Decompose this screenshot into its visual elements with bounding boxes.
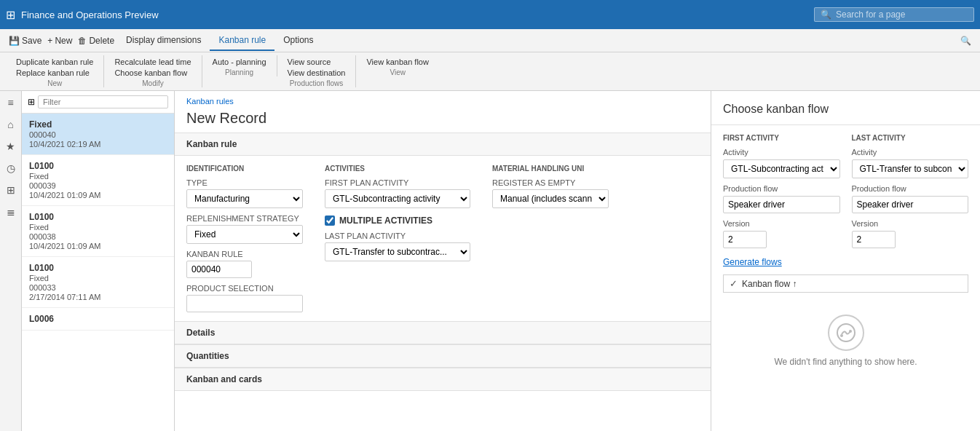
kanban-rule-label: Kanban rule: [186, 250, 303, 258]
type-select[interactable]: Manufacturing Withdrawal: [186, 189, 303, 208]
list-item-id: 000039: [29, 181, 167, 190]
nav-icons: ≡ ⌂ ★ ◷ ⊞ ≣: [0, 91, 22, 431]
list-item-id: 000033: [29, 283, 167, 292]
last-activity-select[interactable]: GTL-Transfer to subcontrac...: [852, 159, 969, 178]
nav-modules-icon[interactable]: ≣: [2, 203, 20, 221]
first-production-flow-label: Production flow: [723, 184, 840, 193]
ribbon: 💾 Save + New 🗑 Delete Display dimensions…: [0, 29, 980, 91]
view-kanban-flow-btn[interactable]: View kanban flow: [365, 57, 430, 67]
list-item[interactable]: L0100 Fixed 000033 2/17/2014 07:11 AM: [22, 257, 174, 308]
section-quantities[interactable]: Quantities: [175, 344, 711, 368]
last-version-label: Version: [852, 219, 969, 228]
kanban-flow-text: Kanban flow ↑: [742, 279, 962, 289]
list-item[interactable]: Fixed 000040 10/4/2021 02:19 AM: [22, 114, 174, 155]
content-area: Kanban rules New Record Kanban rule IDEN…: [175, 91, 711, 431]
product-selection-input[interactable]: [186, 295, 303, 312]
last-activity-sublabel: Activity: [852, 148, 969, 157]
list-filter-input[interactable]: [38, 95, 168, 108]
breadcrumb[interactable]: Kanban rules: [175, 91, 711, 107]
view-source-btn[interactable]: View source: [286, 57, 347, 67]
search-input[interactable]: [836, 9, 968, 20]
section-kanban-cards[interactable]: Kanban and cards: [175, 368, 711, 391]
tab-display-dimensions[interactable]: Display dimensions: [117, 31, 210, 51]
nav-home-icon[interactable]: ⌂: [2, 116, 20, 133]
list-item-id: 000040: [29, 130, 167, 139]
right-panel: Choose kanban flow FIRST ACTIVITY Activi…: [711, 91, 980, 431]
register-as-empty-group: Register as empty Manual (includes scann…: [492, 178, 609, 208]
ribbon-group-production-flows: View source View destination Production …: [277, 55, 357, 87]
app-title: Finance and Operations Preview: [21, 9, 814, 20]
list-item-id: 000038: [29, 232, 167, 241]
auto-planning-btn[interactable]: Auto - planning: [211, 57, 268, 67]
ribbon-group-planning: Auto - planning Planning: [202, 55, 277, 76]
first-version-input[interactable]: [723, 231, 767, 248]
first-production-flow-input[interactable]: [723, 196, 840, 213]
last-production-flow-label: Production flow: [852, 184, 969, 193]
ribbon-group-modify: Recalculate lead time Choose kanban flow…: [104, 55, 202, 87]
activities-label: ACTIVITIES: [325, 165, 470, 173]
section-kanban-rule[interactable]: Kanban rule: [175, 133, 711, 156]
first-activity-sublabel: Activity: [723, 148, 840, 157]
choose-kanban-flow-btn[interactable]: Choose kanban flow: [113, 68, 192, 78]
list-item-sub1: Fixed: [29, 223, 167, 232]
first-plan-select[interactable]: GTL-Subcontracting activity: [325, 189, 470, 208]
replace-kanban-rule-btn[interactable]: Replace kanban rule: [15, 68, 95, 78]
type-group: Type Manufacturing Withdrawal: [186, 178, 303, 208]
register-as-empty-select[interactable]: Manual (includes scanning: [492, 189, 609, 208]
empty-message: We didn't find anything to show here.: [774, 357, 917, 367]
replenishment-label: Replenishment strategy: [186, 214, 303, 223]
list-panel: ⊞ Fixed 000040 10/4/2021 02:19 AM L0100 …: [22, 91, 175, 431]
search-icon: 🔍: [821, 9, 831, 20]
ribbon-modify-subitems: Recalculate lead time Choose kanban flow: [113, 57, 192, 78]
view-destination-btn[interactable]: View destination: [286, 68, 347, 78]
type-label: Type: [186, 178, 303, 187]
nav-workspaces-icon[interactable]: ⊞: [2, 181, 20, 199]
tab-kanban-rule[interactable]: Kanban rule: [210, 31, 274, 51]
generate-flows-link[interactable]: Generate flows: [723, 257, 968, 267]
list-item[interactable]: L0100 Fixed 000038 10/4/2021 01:09 AM: [22, 206, 174, 257]
save-icon: 💾: [9, 36, 20, 46]
global-search[interactable]: 🔍: [814, 7, 974, 22]
nav-menu-icon[interactable]: ≡: [2, 94, 20, 111]
register-as-empty-label: Register as empty: [492, 178, 609, 187]
ribbon-new-btn[interactable]: + New: [44, 34, 75, 47]
ribbon-new-subitems: Duplicate kanban rule Replace kanban rul…: [15, 57, 95, 78]
multiple-activities-label: MULTIPLE ACTIVITIES: [339, 216, 432, 226]
last-plan-group: Last plan activity GTL-Transfer to subco…: [325, 232, 470, 261]
last-activity-col: LAST ACTIVITY Activity GTL-Transfer to s…: [852, 134, 969, 248]
duplicate-kanban-rule-btn[interactable]: Duplicate kanban rule: [15, 57, 95, 67]
identification-group: IDENTIFICATION Type Manufacturing Withdr…: [186, 165, 303, 312]
right-panel-body: FIRST ACTIVITY Activity GTL-Subcontracti…: [711, 125, 980, 390]
list-item[interactable]: L0100 Fixed 000039 10/4/2021 01:09 AM: [22, 155, 174, 206]
last-plan-select[interactable]: GTL-Transfer to subcontrac...: [325, 242, 470, 261]
section-details[interactable]: Details: [175, 321, 711, 344]
recalculate-lead-time-btn[interactable]: Recalculate lead time: [113, 57, 192, 67]
first-plan-label: First plan activity: [325, 178, 470, 187]
identification-label: IDENTIFICATION: [186, 165, 303, 173]
ribbon-tabs: 💾 Save + New 🗑 Delete Display dimensions…: [0, 29, 980, 52]
check-icon: ✓: [730, 278, 738, 289]
kanban-rule-content: IDENTIFICATION Type Manufacturing Withdr…: [175, 156, 711, 321]
tab-options[interactable]: Options: [274, 31, 322, 51]
list-items: Fixed 000040 10/4/2021 02:19 AM L0100 Fi…: [22, 114, 174, 431]
svg-point-1: [840, 334, 843, 337]
ribbon-delete-btn[interactable]: 🗑 Delete: [75, 34, 117, 47]
ribbon-save-btn[interactable]: 💾 Save: [6, 34, 44, 47]
nav-recent-icon[interactable]: ◷: [2, 159, 20, 177]
replenishment-select[interactable]: Fixed Event Scheduled: [186, 225, 303, 244]
kanban-rule-input[interactable]: [186, 261, 252, 278]
ribbon-group-new: Duplicate kanban rule Replace kanban rul…: [6, 55, 104, 87]
nav-favorites-icon[interactable]: ★: [2, 138, 20, 155]
last-production-flow-input[interactable]: [852, 196, 969, 213]
last-version-input[interactable]: [852, 231, 896, 248]
product-selection-label: Product selection: [186, 284, 303, 293]
empty-icon: [828, 315, 864, 351]
ribbon-actions: Duplicate kanban rule Replace kanban rul…: [0, 52, 980, 90]
ribbon-search-icon[interactable]: 🔍: [957, 33, 974, 49]
delete-icon: 🗑: [78, 36, 87, 46]
list-item[interactable]: L0006: [22, 308, 174, 331]
app-grid-icon[interactable]: ⊞: [6, 8, 15, 22]
first-activity-select[interactable]: GTL-Subcontracting activity: [723, 159, 840, 178]
material-handling-label: MATERIAL HANDLING UNI: [492, 165, 609, 173]
multiple-activities-checkbox[interactable]: [325, 216, 335, 226]
